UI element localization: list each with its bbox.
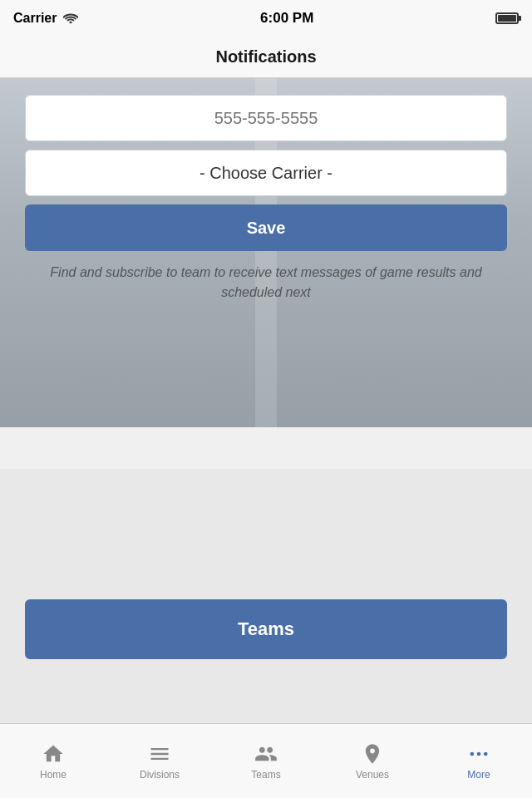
teams-icon [254,742,278,766]
tab-more[interactable]: More [426,724,532,798]
form-container: - Choose Carrier - Save Find and subscri… [25,95,507,303]
status-right [495,12,519,24]
tab-teams[interactable]: Teams [213,724,319,798]
carrier-select[interactable]: - Choose Carrier - [25,150,507,196]
more-icon [467,742,490,766]
tab-venues-label: Venues [356,769,389,781]
status-left: Carrier [13,11,78,26]
nav-header: Notifications [0,37,532,78]
home-icon [42,742,65,766]
venues-icon [361,742,384,766]
teams-button[interactable]: Teams [25,599,507,659]
tab-bar: Home Divisions Teams Venues More [0,723,532,798]
phone-input[interactable] [25,95,507,141]
svg-point-2 [484,751,488,756]
tab-home[interactable]: Home [0,724,106,798]
description-text: Find and subscribe to team to receive te… [25,263,507,303]
tab-divisions[interactable]: Divisions [106,724,213,798]
status-bar: Carrier 6:00 PM [0,0,532,37]
save-button[interactable]: Save [25,204,507,251]
battery-icon [495,12,519,24]
svg-point-1 [477,751,481,756]
tab-divisions-label: Divisions [140,769,180,781]
wifi-icon [63,12,78,26]
tab-home-label: Home [40,769,66,781]
hero-background: - Choose Carrier - Save Find and subscri… [0,78,532,427]
tab-teams-label: Teams [251,769,280,781]
page-title: Notifications [215,47,316,66]
tab-venues[interactable]: Venues [319,724,426,798]
svg-point-0 [470,751,475,756]
divisions-icon [148,742,171,766]
status-time: 6:00 PM [260,10,313,27]
carrier-label: Carrier [13,11,57,26]
tab-more-label: More [467,769,490,781]
